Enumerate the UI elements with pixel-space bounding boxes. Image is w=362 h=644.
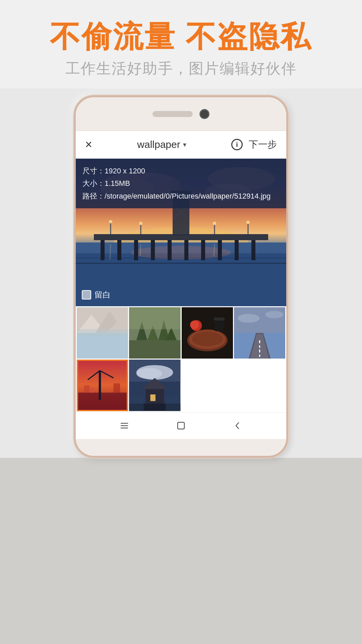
folder-name-label: wallpaper xyxy=(137,139,180,150)
svg-point-81 xyxy=(136,368,162,379)
phone-frame: × wallpaper ▾ i 下一步 尺寸：1920 x 1200 大小：1.… xyxy=(74,95,288,458)
svg-rect-41 xyxy=(77,333,128,359)
phone-top-bar xyxy=(76,97,286,131)
svg-rect-87 xyxy=(166,396,181,411)
margin-label[interactable]: 留白 xyxy=(82,289,111,300)
svg-point-34 xyxy=(213,222,216,225)
nav-home-button[interactable] xyxy=(174,419,188,432)
svg-rect-70 xyxy=(77,360,128,411)
svg-rect-76 xyxy=(89,387,94,392)
svg-rect-45 xyxy=(77,329,128,337)
image-dimension-info: 尺寸：1920 x 1200 xyxy=(82,165,280,177)
phone-camera xyxy=(199,109,209,119)
svg-rect-13 xyxy=(101,240,105,260)
banner-title: 不偷流量 不盗隐私 xyxy=(13,20,349,53)
svg-rect-19 xyxy=(201,240,205,260)
svg-point-11 xyxy=(131,246,231,259)
svg-rect-75 xyxy=(84,385,89,393)
svg-rect-61 xyxy=(214,318,225,321)
svg-rect-77 xyxy=(113,383,120,392)
svg-line-73 xyxy=(100,371,114,378)
svg-point-30 xyxy=(109,220,112,223)
svg-rect-17 xyxy=(168,240,172,260)
thumbnail-1[interactable] xyxy=(77,307,128,359)
thumbnail-2[interactable] xyxy=(129,307,180,359)
side-button-1 xyxy=(288,178,288,205)
svg-point-32 xyxy=(139,222,142,225)
phone-bottom-nav xyxy=(76,412,286,439)
svg-rect-86 xyxy=(129,396,144,411)
banner-subtitle: 工作生活好助手，图片编辑好伙伴 xyxy=(13,59,349,78)
folder-title-area[interactable]: wallpaper ▾ xyxy=(137,139,186,150)
info-button[interactable]: i xyxy=(231,139,243,150)
svg-rect-16 xyxy=(151,240,155,260)
svg-point-36 xyxy=(246,221,250,224)
thumbnail-grid xyxy=(76,306,286,412)
image-path-info: 路径：/storage/emulated/0/Pictures/wallpape… xyxy=(82,190,280,202)
margin-text: 留白 xyxy=(95,289,111,300)
app-toolbar: × wallpaper ▾ i 下一步 xyxy=(76,131,286,159)
close-button[interactable]: × xyxy=(85,138,92,152)
banner: 不偷流量 不盗隐私 工作生活好助手，图片编辑好伙伴 xyxy=(0,0,362,89)
thumbnail-5[interactable] xyxy=(77,360,128,411)
image-container: 尺寸：1920 x 1200 大小：1.15MB 路径：/storage/emu… xyxy=(76,159,286,306)
image-filesize-info: 大小：1.15MB xyxy=(82,177,280,190)
toolbar-right: i 下一步 xyxy=(231,138,277,151)
svg-rect-72 xyxy=(99,371,101,400)
phone-screen: × wallpaper ▾ i 下一步 尺寸：1920 x 1200 大小：1.… xyxy=(76,131,286,439)
svg-rect-15 xyxy=(134,240,138,260)
next-step-button[interactable]: 下一步 xyxy=(249,138,277,151)
thumbnail-4[interactable] xyxy=(234,307,285,359)
margin-checkbox[interactable] xyxy=(82,290,91,300)
svg-rect-21 xyxy=(235,240,239,260)
thumbnail-3[interactable] xyxy=(182,307,233,359)
svg-rect-22 xyxy=(251,240,255,260)
svg-rect-84 xyxy=(150,394,156,401)
svg-point-68 xyxy=(238,314,260,323)
image-info-overlay: 尺寸：1920 x 1200 大小：1.15MB 路径：/storage/emu… xyxy=(76,159,286,208)
phone-bottom-bar xyxy=(76,439,286,456)
svg-rect-91 xyxy=(178,422,184,429)
svg-rect-71 xyxy=(77,393,128,411)
svg-point-59 xyxy=(190,320,199,329)
nav-back-button[interactable] xyxy=(231,419,244,432)
svg-rect-53 xyxy=(129,307,180,329)
desktop-surface xyxy=(0,458,362,644)
svg-rect-14 xyxy=(117,240,121,260)
side-button-2 xyxy=(288,215,288,235)
dropdown-arrow-icon: ▾ xyxy=(183,141,186,149)
svg-rect-48 xyxy=(129,340,180,359)
svg-rect-20 xyxy=(218,240,222,260)
svg-line-74 xyxy=(88,371,100,380)
svg-rect-10 xyxy=(76,263,286,264)
thumbnail-6[interactable] xyxy=(129,360,180,411)
svg-point-57 xyxy=(192,331,223,346)
nav-menu-button[interactable] xyxy=(118,419,131,432)
svg-point-69 xyxy=(265,311,284,318)
svg-rect-18 xyxy=(184,240,188,260)
phone-speaker xyxy=(153,111,193,117)
